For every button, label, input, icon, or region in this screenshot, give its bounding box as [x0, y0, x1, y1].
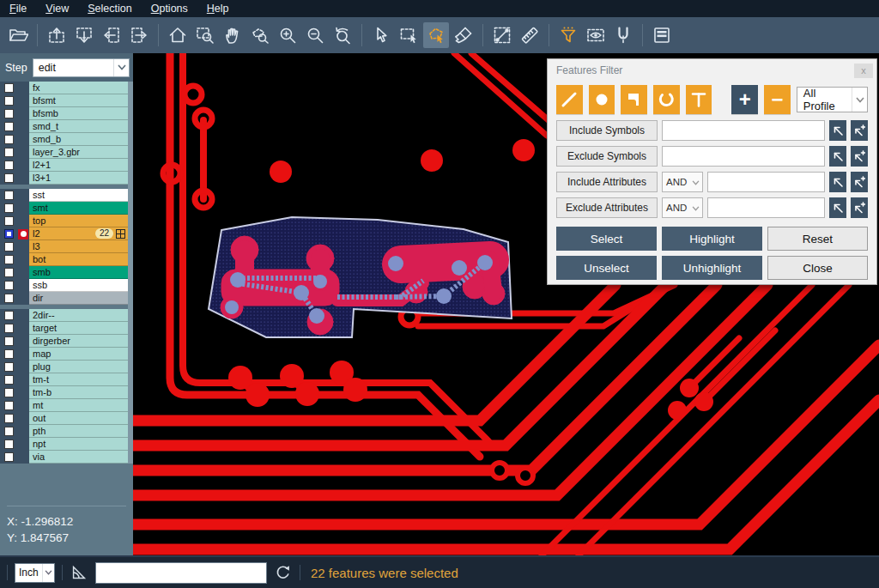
- reset-button[interactable]: Reset: [767, 227, 868, 251]
- layer-visibility-checkbox[interactable]: [4, 414, 14, 423]
- layer-color-bar[interactable]: via: [29, 451, 128, 464]
- layer-row-layer-3-gbr[interactable]: layer_3.gbr: [0, 146, 128, 159]
- layer-color-bar[interactable]: ssb: [29, 279, 128, 292]
- exclude-symbols-pick-add-arrow-button[interactable]: [851, 146, 868, 167]
- layer-visibility-checkbox[interactable]: [4, 229, 14, 239]
- layer-row-pth[interactable]: pth: [0, 425, 128, 438]
- layer-color-bar[interactable]: bfsmb: [29, 107, 128, 120]
- tool-zoom-previous[interactable]: [330, 22, 355, 48]
- feature-type-surface-button[interactable]: [621, 85, 647, 114]
- layer-color-bar[interactable]: out: [29, 412, 128, 425]
- layer-color-bar[interactable]: npt: [29, 438, 128, 451]
- include-symbols-pick-arrow-button[interactable]: [829, 120, 846, 141]
- include-symbols-input[interactable]: [662, 120, 825, 141]
- layer-visibility-checkbox[interactable]: [4, 401, 14, 410]
- layer-visibility-checkbox[interactable]: [4, 281, 14, 290]
- tool-features-filter[interactable]: [555, 22, 581, 48]
- tool-select-rectangle[interactable]: [396, 22, 421, 48]
- layer-row-out[interactable]: out: [0, 412, 128, 425]
- layer-row-smt[interactable]: smt: [0, 202, 128, 215]
- step-dropdown[interactable]: edit: [33, 58, 130, 77]
- layer-visibility-checkbox[interactable]: [4, 135, 14, 144]
- layer-visibility-checkbox[interactable]: [4, 375, 14, 385]
- menu-options[interactable]: Options: [142, 0, 197, 17]
- layer-visibility-checkbox[interactable]: [4, 349, 14, 359]
- exclude-symbols-button[interactable]: Exclude Symbols: [556, 146, 658, 167]
- layer-color-bar[interactable]: mt: [29, 399, 128, 412]
- layer-color-bar[interactable]: pth: [29, 425, 128, 438]
- layer-color-bar[interactable]: fx: [29, 82, 128, 94]
- include-symbols-pick-add-arrow-button[interactable]: [851, 120, 868, 141]
- tool-pan-down[interactable]: [71, 22, 97, 48]
- layer-row-dirgerber[interactable]: dirgerber: [0, 335, 128, 348]
- layer-visibility-checkbox[interactable]: [4, 148, 14, 157]
- include-attributes-logic-dropdown[interactable]: AND: [662, 172, 703, 192]
- layer-row-tm-b[interactable]: tm-b: [0, 386, 128, 399]
- include-attributes-input[interactable]: [707, 172, 825, 192]
- exclude-attributes-pick-add-arrow-button[interactable]: [851, 197, 868, 218]
- layer-row-dir[interactable]: dir: [0, 292, 128, 305]
- feature-type-pad-button[interactable]: [589, 85, 615, 114]
- exclude-attributes-logic-dropdown[interactable]: AND: [662, 197, 703, 218]
- layer-visibility-checkbox[interactable]: [4, 255, 14, 264]
- layer-color-bar[interactable]: l222: [29, 227, 128, 240]
- layer-row-map[interactable]: map: [0, 348, 128, 361]
- layer-color-bar[interactable]: layer_3.gbr: [29, 146, 128, 159]
- feature-type-arc-button[interactable]: [653, 85, 680, 114]
- tool-layers-table[interactable]: [649, 22, 675, 48]
- tool-pan-hand[interactable]: [220, 22, 246, 48]
- menu-help[interactable]: Help: [197, 0, 239, 17]
- tool-measure-ruler[interactable]: [517, 22, 543, 48]
- layer-row-l2-1[interactable]: l2+1: [0, 159, 128, 172]
- layer-row-smd-t[interactable]: smd_t: [0, 120, 128, 133]
- layer-visibility-checkbox[interactable]: [4, 173, 14, 183]
- layer-color-bar[interactable]: smd_b: [29, 133, 128, 146]
- layer-row-l3[interactable]: l3: [0, 240, 128, 253]
- layer-color-bar[interactable]: top: [29, 215, 128, 227]
- layer-row-mt[interactable]: mt: [0, 399, 128, 412]
- tool-zoom-polygon[interactable]: [247, 22, 273, 48]
- layer-row-bfsmb[interactable]: bfsmb: [0, 107, 128, 120]
- layer-row-l3-1[interactable]: l3+1: [0, 172, 128, 185]
- layer-row-smb[interactable]: smb: [0, 266, 128, 279]
- tool-select-polygon[interactable]: [423, 22, 449, 48]
- layer-row-bot[interactable]: bot: [0, 253, 128, 266]
- exclude-attributes-pick-arrow-button[interactable]: [829, 197, 846, 218]
- layer-visibility-checkbox[interactable]: [4, 452, 14, 462]
- tool-snap-mode[interactable]: [610, 22, 636, 48]
- exclude-symbols-pick-arrow-button[interactable]: [829, 146, 846, 167]
- layer-visibility-checkbox[interactable]: [4, 242, 14, 252]
- refresh-icon[interactable]: [274, 563, 293, 582]
- layer-color-bar[interactable]: bfsmt: [29, 94, 128, 107]
- remove-filter-button[interactable]: −: [764, 85, 791, 114]
- tool-open-file[interactable]: [5, 22, 31, 48]
- layer-color-bar[interactable]: sst: [29, 189, 128, 202]
- layer-visibility-checkbox[interactable]: [4, 311, 14, 320]
- layer-visibility-checkbox[interactable]: [4, 427, 14, 436]
- layer-visibility-checkbox[interactable]: [4, 191, 14, 200]
- layer-visibility-checkbox[interactable]: [4, 122, 14, 131]
- unhighlight-button[interactable]: Unhighlight: [662, 256, 762, 280]
- layer-color-bar[interactable]: l3+1: [29, 172, 128, 185]
- layer-row-ssb[interactable]: ssb: [0, 279, 128, 292]
- layer-row-smd-b[interactable]: smd_b: [0, 133, 128, 146]
- layer-color-bar[interactable]: plug: [29, 361, 128, 373]
- highlight-button[interactable]: Highlight: [662, 227, 762, 251]
- layer-visibility-checkbox[interactable]: [4, 362, 14, 372]
- exclude-attributes-button[interactable]: Exclude Attributes: [556, 197, 658, 218]
- include-symbols-button[interactable]: Include Symbols: [556, 120, 658, 141]
- layer-color-bar[interactable]: smt: [29, 202, 128, 215]
- layer-row-target[interactable]: target: [0, 322, 128, 335]
- units-dropdown[interactable]: Inch: [15, 563, 55, 583]
- layer-color-bar[interactable]: l2+1: [29, 159, 128, 172]
- layer-color-bar[interactable]: bot: [29, 253, 128, 266]
- tool-measure-line[interactable]: [489, 22, 515, 48]
- tool-pan-left[interactable]: [99, 22, 124, 48]
- layer-visibility-checkbox[interactable]: [4, 388, 14, 397]
- layer-color-bar[interactable]: smb: [29, 266, 128, 279]
- layer-visibility-checkbox[interactable]: [4, 161, 14, 170]
- profile-dropdown[interactable]: All Profile: [797, 87, 868, 112]
- layer-visibility-checkbox[interactable]: [4, 216, 14, 226]
- menu-file[interactable]: File: [0, 0, 36, 17]
- tool-view-options[interactable]: [583, 22, 609, 48]
